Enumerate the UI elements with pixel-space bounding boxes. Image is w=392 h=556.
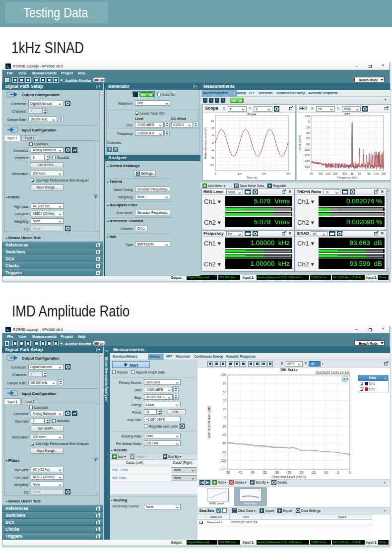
svg-text:4: 4 [212, 134, 214, 137]
svg-text:-5: -5 [336, 471, 339, 474]
svg-text:60: 60 [223, 390, 227, 394]
svg-text:20: 20 [223, 407, 227, 411]
svg-text:-80: -80 [305, 143, 310, 146]
svg-text:Scope: Scope [247, 113, 257, 116]
svg-text:500: 500 [342, 172, 348, 175]
svg-text:-10: -10 [323, 471, 328, 474]
svg-text:-30: -30 [274, 471, 279, 474]
svg-text:SMPTE/DIN Ratio (dB): SMPTE/DIN Ratio (dB) [207, 406, 211, 438]
svg-text:-45: -45 [238, 471, 243, 474]
svg-text:Level (dBrA): Level (dBrA) [298, 135, 301, 151]
svg-text:-40: -40 [250, 471, 255, 474]
svg-text:2k: 2k [358, 172, 361, 175]
svg-text:-120: -120 [220, 467, 226, 471]
svg-text:0: 0 [212, 141, 214, 144]
svg-text:AP: AP [342, 377, 348, 381]
svg-text:12: 12 [210, 120, 214, 123]
svg-text:p: p [8, 66, 10, 69]
svg-text:-50: -50 [225, 471, 230, 474]
svg-text:3m: 3m [286, 172, 290, 175]
svg-text:0: 0 [308, 120, 310, 123]
svg-text:-140: -140 [304, 160, 310, 163]
svg-text:FFT: FFT [345, 113, 350, 116]
svg-text:-20: -20 [305, 126, 310, 129]
svg-text:2m: 2m [262, 172, 266, 175]
svg-text:-120: -120 [304, 154, 310, 157]
svg-text:-15: -15 [311, 471, 316, 474]
svg-text:100: 100 [221, 373, 226, 376]
svg-text:-25: -25 [286, 471, 291, 474]
svg-text:-160: -160 [304, 165, 310, 168]
svg-text:IMD Ratio: IMD Ratio [280, 369, 297, 372]
svg-text:-20: -20 [222, 425, 227, 428]
svg-text:1k: 1k [351, 172, 354, 175]
svg-text:p: p [8, 329, 10, 332]
svg-text:8: 8 [212, 126, 214, 129]
svg-text:-40: -40 [305, 131, 310, 134]
svg-text:+20: +20 [305, 115, 310, 118]
svg-text:Instantaneous Level (V): Instantaneous Level (V) [204, 127, 207, 159]
svg-text:-12: -12 [209, 164, 214, 167]
svg-text:-20: -20 [299, 471, 304, 474]
svg-text:Generator Level (dBFS): Generator Level (dBFS) [271, 475, 306, 479]
svg-text:80: 80 [223, 381, 227, 385]
svg-text:40: 40 [223, 399, 227, 402]
svg-text:-100: -100 [220, 459, 226, 462]
svg-text:Time (s): Time (s) [247, 176, 258, 179]
svg-text:-80: -80 [222, 450, 227, 454]
svg-text:100: 100 [326, 172, 331, 175]
svg-text:20k: 20k [381, 172, 387, 175]
svg-text:1m: 1m [238, 172, 242, 175]
svg-text:20: 20 [310, 172, 313, 175]
svg-text:-8: -8 [211, 156, 214, 159]
svg-text:Frequency (Hz): Frequency (Hz) [337, 176, 357, 179]
svg-text:10k: 10k [374, 172, 379, 175]
svg-text:-100: -100 [304, 148, 310, 151]
svg-text:-60: -60 [222, 441, 227, 445]
svg-text:-60: -60 [305, 137, 310, 140]
svg-text:2022/5/23 14:51:24.324: 2022/5/23 14:51:24.324 [316, 371, 350, 374]
svg-text:-35: -35 [262, 471, 267, 474]
svg-text:0: 0 [214, 172, 216, 175]
svg-text:200: 200 [333, 172, 338, 175]
svg-text:-4: -4 [211, 149, 214, 152]
svg-text:50: 50 [319, 172, 323, 175]
svg-text:0: 0 [224, 416, 226, 419]
svg-text:-40: -40 [222, 433, 227, 436]
svg-text:0: 0 [349, 471, 351, 474]
svg-text:Start: Start [130, 363, 138, 368]
svg-text:5k: 5k [368, 172, 371, 175]
